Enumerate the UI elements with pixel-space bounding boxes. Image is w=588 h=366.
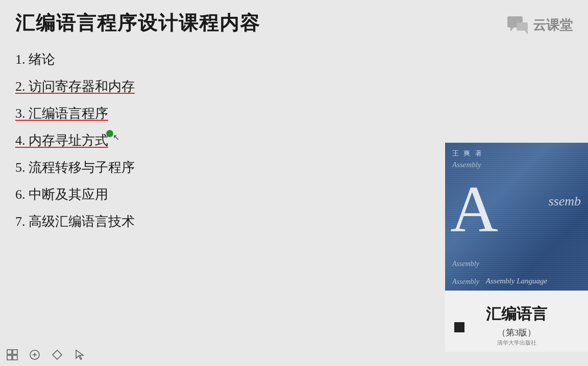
list-item-text: 6. 中断及其应用 — [15, 187, 108, 202]
svg-rect-7 — [13, 355, 17, 360]
svg-rect-5 — [13, 350, 17, 354]
cursor-dot — [106, 130, 113, 137]
shape-icon[interactable] — [50, 348, 64, 362]
book-title-chinese: 汇编语言 — [486, 304, 547, 325]
svg-rect-6 — [7, 355, 12, 360]
cursor-icon[interactable] — [72, 348, 87, 362]
svg-marker-11 — [53, 350, 62, 359]
book-publisher: 清华大学出版社 — [445, 339, 588, 347]
list-item: 1. 绪论 — [15, 50, 573, 68]
book-label-en: Assembly Language — [452, 277, 581, 285]
svg-marker-12 — [76, 350, 83, 359]
svg-rect-4 — [7, 350, 12, 354]
book-container: 王 爽 著 Assembly A ssemb Assembly Assembly… — [445, 143, 588, 352]
list-item-text: 5. 流程转移与子程序 — [15, 160, 135, 175]
list-item-text: 3. 汇编语言程序 — [15, 106, 108, 121]
book-label-right: ssemb — [548, 194, 581, 209]
book-cover: 王 爽 著 Assembly A ssemb Assembly Assembly… — [445, 143, 588, 352]
edit-icon[interactable] — [28, 348, 42, 362]
list-item: 2. 访问寄存器和内存 — [15, 77, 573, 95]
cursor-arrow: ↖ — [113, 133, 119, 142]
book-bottom-section: 汇编语言 （第3版） 清华大学出版社 — [445, 291, 588, 352]
page-title: 汇编语言程序设计课程内容 — [15, 10, 573, 36]
list-item-text: 2. 访问寄存器和内存 — [15, 79, 135, 94]
book-author: 王 爽 著 — [452, 149, 483, 158]
toolbar — [5, 348, 87, 362]
grid-icon[interactable] — [5, 348, 19, 362]
book-square-icon — [454, 322, 464, 332]
book-edition: （第3版） — [497, 327, 536, 338]
list-item-text: 7. 高级汇编语言技术 — [15, 214, 135, 229]
list-item: 3. 汇编语言程序 — [15, 104, 573, 122]
book-label-mid: Assembly — [452, 260, 479, 268]
book-label-top: Assembly — [452, 161, 481, 169]
book-big-letter: A — [450, 176, 498, 242]
list-item-text: 4. 内存寻址方式 — [15, 133, 108, 148]
cursor-indicator: ↖ — [106, 130, 116, 140]
list-item-text: 1. 绪论 — [15, 52, 55, 67]
